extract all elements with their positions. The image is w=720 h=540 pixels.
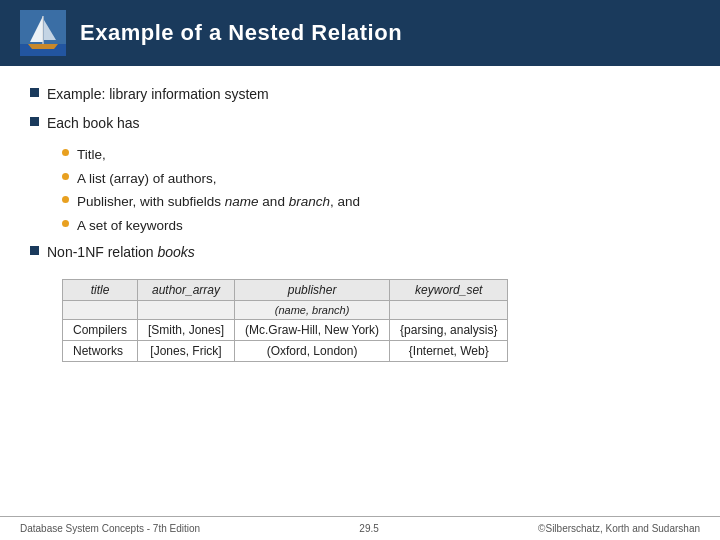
table-header-publisher: publisher	[235, 280, 390, 301]
sub-bullet-publisher: Publisher, with subfields name and branc…	[62, 191, 690, 213]
bullet-each-book: Each book has	[30, 113, 690, 134]
sub-bullet-dot-4	[62, 220, 69, 227]
slide: Example of a Nested Relation Example: li…	[0, 0, 720, 540]
table-cell-author-2: [Jones, Frick]	[138, 341, 235, 362]
bullet-square-1	[30, 88, 39, 97]
header-title: Example of a Nested Relation	[80, 20, 402, 46]
table-cell-keyword-1: {parsing, analysis}	[390, 320, 508, 341]
bullet-square-2	[30, 117, 39, 126]
nested-relation-table-section: title author_array publisher keyword_set…	[62, 279, 690, 362]
footer: Database System Concepts - 7th Edition 2…	[0, 516, 720, 540]
bullet-text-3: Non-1NF relation books	[47, 242, 195, 263]
bullet-text-2: Each book has	[47, 113, 140, 134]
sailboat-icon	[20, 10, 66, 56]
table-header-author: author_array	[138, 280, 235, 301]
sub-bullet-text-4: A set of keywords	[77, 215, 183, 237]
table-subhead-empty-3	[390, 301, 508, 320]
sub-bullet-text-2: A list (array) of authors,	[77, 168, 217, 190]
table-header-keyword: keyword_set	[390, 280, 508, 301]
footer-left-text: Database System Concepts - 7th Edition	[20, 523, 200, 534]
table-header-title: title	[63, 280, 138, 301]
sub-bullets-section: Title, A list (array) of authors, Publis…	[62, 144, 690, 236]
sub-bullet-text-1: Title,	[77, 144, 106, 166]
footer-center: 29.5	[359, 523, 378, 534]
sub-bullet-text-3: Publisher, with subfields name and branc…	[77, 191, 360, 213]
table-cell-title-1: Compilers	[63, 320, 138, 341]
table-cell-publisher-2: (Oxford, London)	[235, 341, 390, 362]
footer-right: ©Silberschatz, Korth and Sudarshan	[538, 523, 700, 534]
sub-bullet-authors: A list (array) of authors,	[62, 168, 690, 190]
bullet-square-3	[30, 246, 39, 255]
table-subhead-empty-1	[63, 301, 138, 320]
footer-left: Database System Concepts - 7th Edition	[20, 523, 200, 534]
table-cell-title-2: Networks	[63, 341, 138, 362]
sub-bullet-dot-1	[62, 149, 69, 156]
nested-relation-table: title author_array publisher keyword_set…	[62, 279, 508, 362]
table-cell-keyword-2: {Internet, Web}	[390, 341, 508, 362]
table-subhead-empty-2	[138, 301, 235, 320]
content: Example: library information system Each…	[0, 66, 720, 516]
sub-bullet-dot-3	[62, 196, 69, 203]
sub-bullet-title: Title,	[62, 144, 690, 166]
sub-bullet-keywords: A set of keywords	[62, 215, 690, 237]
table-cell-author-1: [Smith, Jones]	[138, 320, 235, 341]
table-subhead-name-branch: (name, branch)	[235, 301, 390, 320]
bullet-example: Example: library information system	[30, 84, 690, 105]
bullet-text-1: Example: library information system	[47, 84, 269, 105]
table-row-compilers: Compilers [Smith, Jones] (Mc.Graw-Hill, …	[63, 320, 508, 341]
table-cell-publisher-1: (Mc.Graw-Hill, New York)	[235, 320, 390, 341]
table-row-networks: Networks [Jones, Frick] (Oxford, London)…	[63, 341, 508, 362]
sub-bullet-dot-2	[62, 173, 69, 180]
header: Example of a Nested Relation	[0, 0, 720, 66]
bullet-non1nf: Non-1NF relation books	[30, 242, 690, 263]
svg-marker-4	[28, 44, 58, 49]
